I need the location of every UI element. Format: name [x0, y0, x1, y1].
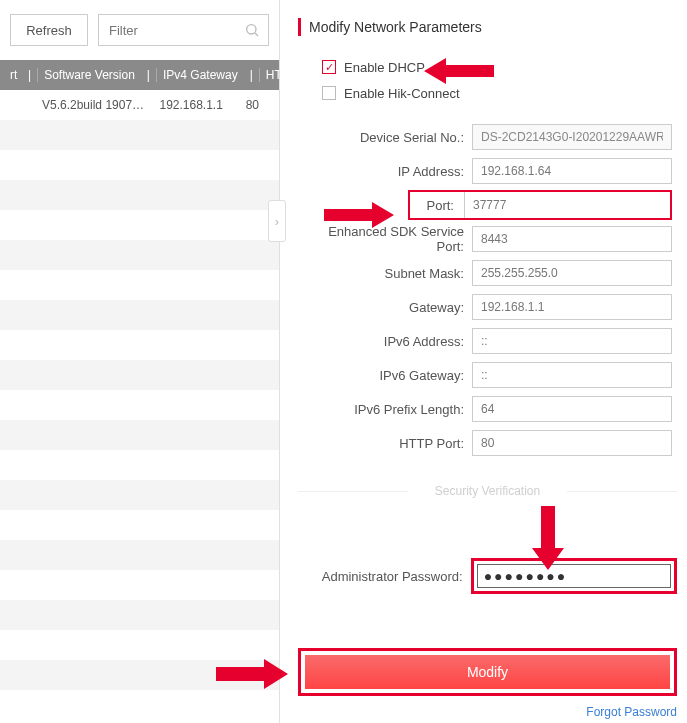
enable-dhcp-row: Enable DHCP	[322, 54, 677, 80]
table-row-empty	[0, 450, 279, 480]
network-parameters-panel: Modify Network Parameters Enable DHCP En…	[280, 0, 687, 723]
enable-hik-row: Enable Hik-Connect	[322, 80, 677, 106]
label-httpport: HTTP Port:	[298, 436, 472, 451]
header-rt: rt	[4, 68, 22, 82]
input-ipv6[interactable]	[472, 328, 672, 354]
row-gw: Gateway:	[298, 290, 677, 324]
header-ipv4-gateway: IPv4 Gateway	[156, 68, 244, 82]
label-ip: IP Address:	[298, 164, 472, 179]
checkbox-group: Enable DHCP Enable Hik-Connect	[322, 54, 677, 106]
enable-hik-checkbox[interactable]	[322, 86, 336, 100]
input-ipv6len[interactable]	[472, 396, 672, 422]
input-mask[interactable]	[472, 260, 672, 286]
label-serial: Device Serial No.:	[298, 130, 472, 145]
table-row-empty	[0, 240, 279, 270]
enable-dhcp-checkbox[interactable]	[322, 60, 336, 74]
table-row-empty	[0, 330, 279, 360]
filter-wrap	[98, 14, 269, 46]
row-port: Port:	[298, 188, 677, 222]
table-row-empty	[0, 270, 279, 300]
cell-gateway: 192.168.1.1	[153, 98, 239, 112]
input-sdk[interactable]	[472, 226, 672, 252]
table-row-empty	[0, 510, 279, 540]
cell-http: 80	[240, 98, 279, 112]
device-table-header: rt | Software Version | IPv4 Gateway | H…	[0, 60, 279, 90]
chevron-right-icon: ›	[275, 214, 279, 229]
input-gw[interactable]	[472, 294, 672, 320]
panel-title: Modify Network Parameters	[298, 18, 677, 36]
table-row-empty	[0, 360, 279, 390]
row-serial: Device Serial No.:	[298, 120, 677, 154]
table-row-empty	[0, 120, 279, 150]
label-admin-password: Administrator Password:	[298, 569, 471, 584]
svg-line-1	[255, 33, 258, 36]
table-row-empty	[0, 150, 279, 180]
input-httpport[interactable]	[472, 430, 672, 456]
header-software-version: Software Version	[37, 68, 141, 82]
password-highlight: ●●●●●●●●	[471, 558, 677, 594]
input-port[interactable]	[464, 192, 670, 218]
header-http: HTTP	[259, 68, 279, 82]
left-toolbar: Refresh	[0, 0, 279, 60]
forgot-password-wrap: Forgot Password	[298, 704, 677, 719]
row-ipv6: IPv6 Address:	[298, 324, 677, 358]
table-row-empty	[0, 210, 279, 240]
modify-highlight: Modify	[298, 648, 677, 696]
security-verification-divider: Security Verification	[298, 484, 677, 498]
refresh-button[interactable]: Refresh	[10, 14, 88, 46]
label-gw: Gateway:	[298, 300, 472, 315]
table-row-empty	[0, 540, 279, 570]
row-sdk: Enhanced SDK Service Port:	[298, 222, 677, 256]
label-port: Port:	[410, 198, 464, 213]
row-httpport: HTTP Port:	[298, 426, 677, 460]
cell-software-version: V5.6.2build 1907…	[36, 98, 153, 112]
svg-point-0	[247, 25, 256, 34]
input-admin-password[interactable]: ●●●●●●●●	[477, 564, 671, 588]
row-mask: Subnet Mask:	[298, 256, 677, 290]
table-row-empty	[0, 630, 279, 660]
enable-dhcp-label: Enable DHCP	[344, 60, 425, 75]
input-serial	[472, 124, 672, 150]
table-row-empty	[0, 570, 279, 600]
input-ip[interactable]	[472, 158, 672, 184]
table-row-empty	[0, 390, 279, 420]
header-sep: |	[141, 68, 156, 82]
row-ipv6gw: IPv6 Gateway:	[298, 358, 677, 392]
device-rows: V5.6.2build 1907… 192.168.1.1 80	[0, 90, 279, 690]
enable-hik-label: Enable Hik-Connect	[344, 86, 460, 101]
label-ipv6gw: IPv6 Gateway:	[298, 368, 472, 383]
search-icon	[244, 22, 260, 38]
table-row-empty	[0, 300, 279, 330]
row-ipv6len: IPv6 Prefix Length:	[298, 392, 677, 426]
row-admin-password: Administrator Password: ●●●●●●●●	[298, 558, 677, 594]
collapse-handle[interactable]: ›	[268, 200, 286, 242]
forgot-password-link[interactable]: Forgot Password	[586, 705, 677, 719]
row-ip: IP Address:	[298, 154, 677, 188]
table-row-empty	[0, 420, 279, 450]
header-sep: |	[22, 68, 37, 82]
modify-button[interactable]: Modify	[305, 655, 670, 689]
label-mask: Subnet Mask:	[298, 266, 472, 281]
network-form: Device Serial No.: IP Address: Port: Enh…	[298, 120, 677, 719]
table-row-empty	[0, 660, 279, 690]
filter-input[interactable]	[99, 15, 268, 45]
table-row[interactable]: V5.6.2build 1907… 192.168.1.1 80	[0, 90, 279, 120]
label-ipv6len: IPv6 Prefix Length:	[298, 402, 472, 417]
device-list-pane: Refresh rt | Software Version | IPv4 Gat…	[0, 0, 280, 723]
label-ipv6: IPv6 Address:	[298, 334, 472, 349]
table-row-empty	[0, 180, 279, 210]
port-highlight: Port:	[408, 190, 672, 220]
header-sep: |	[244, 68, 259, 82]
input-ipv6gw[interactable]	[472, 362, 672, 388]
table-row-empty	[0, 480, 279, 510]
label-sdk: Enhanced SDK Service Port:	[298, 224, 472, 254]
table-row-empty	[0, 600, 279, 630]
